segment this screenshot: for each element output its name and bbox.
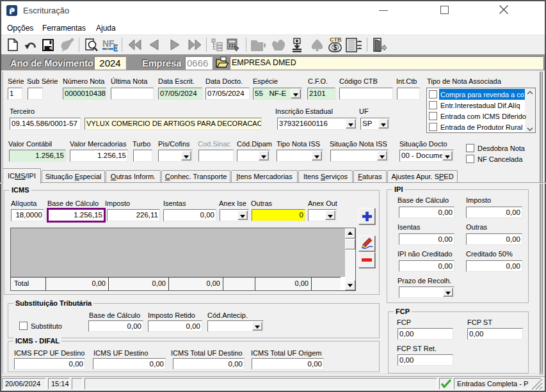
svg-text:CTB: CTB	[330, 36, 342, 43]
svg-text:$: $	[333, 44, 337, 51]
svg-text:NF: NF	[102, 38, 115, 49]
